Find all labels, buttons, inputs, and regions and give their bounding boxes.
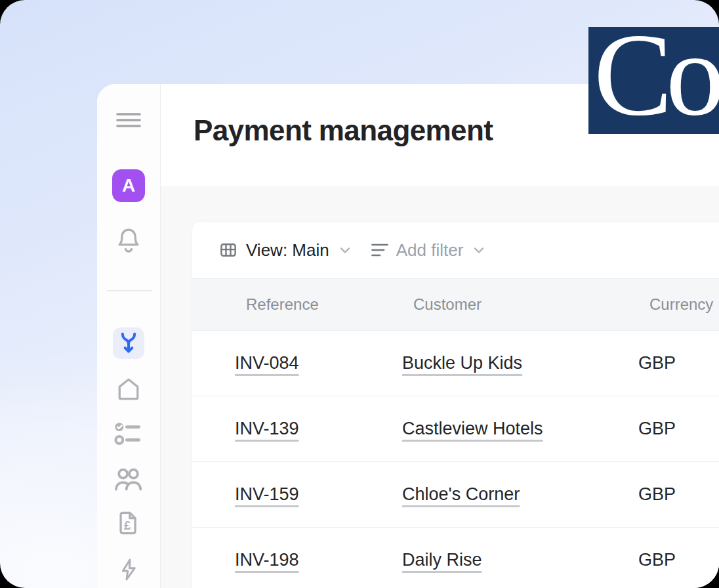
hamburger-icon: [116, 112, 141, 128]
home-icon: [113, 375, 144, 404]
sidebar-item-tasks[interactable]: [112, 420, 145, 448]
sidebar-item-actions[interactable]: [114, 553, 143, 587]
notifications-button[interactable]: [113, 224, 144, 257]
reference-link[interactable]: INV-159: [235, 484, 299, 505]
sidebar-item-invoices[interactable]: £: [113, 507, 144, 539]
column-header-currency: Currency: [638, 295, 719, 314]
reference-link[interactable]: INV-198: [235, 550, 299, 570]
task-list-icon: [112, 420, 145, 448]
sidebar: A: [97, 84, 161, 588]
view-selector-label: View: Main: [246, 240, 329, 261]
reference-link[interactable]: INV-084: [235, 353, 299, 373]
filter-lines-icon: [371, 243, 388, 257]
reference-link[interactable]: INV-139: [235, 419, 299, 439]
table-row: INV-159 Chloe's Corner GBP: [192, 462, 719, 528]
chevron-down-icon: [337, 242, 353, 258]
add-filter-label: Add filter: [396, 240, 464, 261]
sidebar-item-payments-active[interactable]: [113, 327, 144, 359]
table-body: INV-084 Buckle Up Kids GBP INV-139 Castl…: [192, 331, 719, 588]
app-logo[interactable]: A: [112, 169, 145, 202]
merge-icon: [115, 330, 142, 356]
brand-logo-overlay: Co: [588, 27, 719, 134]
main-content: Payment management View: Main: [161, 84, 719, 588]
table-header-row: Reference Customer Currency: [192, 279, 719, 331]
customer-link[interactable]: Chloe's Corner: [402, 484, 520, 505]
currency-value: GBP: [638, 353, 719, 373]
screenshot-canvas: A: [0, 0, 719, 588]
customer-link[interactable]: Castleview Hotels: [402, 419, 543, 439]
menu-toggle-button[interactable]: [115, 112, 142, 129]
customer-link[interactable]: Daily Rise: [402, 550, 482, 570]
add-filter-button[interactable]: Add filter: [371, 240, 487, 261]
payments-panel: View: Main Add filter: [192, 222, 719, 588]
chevron-down-icon: [471, 242, 487, 258]
sidebar-divider: [107, 290, 152, 291]
app-logo-letter: A: [122, 177, 135, 195]
customer-link[interactable]: Buckle Up Kids: [402, 353, 522, 373]
brand-logo-text: Co: [594, 27, 718, 134]
column-header-customer: Customer: [402, 295, 638, 314]
currency-value: GBP: [638, 550, 719, 570]
bell-icon: [113, 225, 144, 257]
sidebar-item-customers[interactable]: [112, 465, 146, 495]
column-header-reference: Reference: [235, 295, 402, 314]
invoice-pound-icon: £: [114, 508, 143, 538]
currency-value: GBP: [638, 484, 719, 505]
sidebar-item-home[interactable]: [113, 374, 144, 404]
table-row: INV-198 Daily Rise GBP: [192, 528, 719, 588]
currency-value: GBP: [638, 419, 719, 439]
svg-text:£: £: [124, 518, 131, 532]
view-selector[interactable]: View: Main: [218, 240, 353, 261]
table-toolbar: View: Main Add filter: [192, 222, 719, 279]
lightning-icon: [115, 554, 142, 585]
table-icon: [218, 240, 238, 260]
table-row: INV-084 Buckle Up Kids GBP: [192, 331, 719, 396]
table-row: INV-139 Castleview Hotels GBP: [192, 396, 719, 462]
users-icon: [112, 465, 145, 494]
app-window: A: [97, 84, 719, 588]
content-area: View: Main Add filter: [161, 186, 719, 588]
